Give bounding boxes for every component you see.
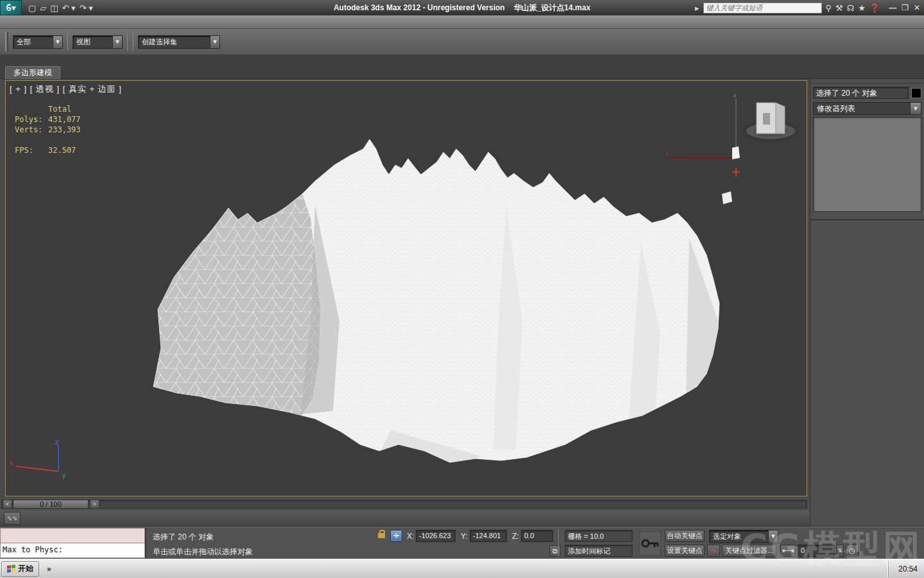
- add-time-tag[interactable]: 添加时间标记: [565, 545, 633, 557]
- listener-script-line[interactable]: Max to Physc:: [0, 543, 145, 558]
- previous-frame-arrow[interactable]: <: [3, 500, 12, 509]
- command-panel: 选择了 20 个 对象 修改器列表▼: [810, 79, 924, 525]
- start-button[interactable]: 开始: [1, 561, 39, 577]
- chain-object[interactable]: z x: [660, 91, 807, 265]
- listener-macro-line[interactable]: [0, 528, 145, 543]
- infocenter-arrow-icon[interactable]: ▸: [695, 3, 699, 13]
- help-search-input[interactable]: [703, 3, 822, 13]
- status-bar: Max to Physc: 选择了 20 个 对象 单击或单击并拖动以选择对象 …: [0, 527, 924, 559]
- object-color-swatch[interactable]: [911, 88, 921, 98]
- next-frame-arrow[interactable]: >: [90, 500, 99, 509]
- document-title: 华山派_设计点14.max: [514, 3, 590, 12]
- perspective-viewport[interactable]: [ + ] [ 透视 ] [ 真实 + 边面 ] Total Polys:431…: [5, 80, 807, 496]
- axis-x-label: x: [10, 459, 13, 466]
- frame-ruler[interactable]: [26, 511, 807, 527]
- subscription-icon[interactable]: ⚒: [835, 3, 843, 13]
- app-logo-icon[interactable]: ϐ▾: [0, 0, 22, 15]
- undo-icon[interactable]: ↶ ▾: [62, 3, 76, 13]
- grid-size-display: 栅格 = 10.0: [565, 530, 633, 542]
- new-file-icon[interactable]: ▢: [28, 3, 36, 13]
- world-axis-tripod: x z y: [8, 439, 79, 484]
- open-file-icon[interactable]: ▱: [40, 3, 46, 13]
- frame-spinner[interactable]: ⇅: [836, 545, 844, 557]
- x-label: X:: [407, 532, 414, 541]
- time-slider-track[interactable]: [1, 500, 807, 509]
- minimize-button[interactable]: —: [889, 3, 896, 12]
- auto-key-button[interactable]: 自动关键点: [665, 530, 705, 542]
- axis-z-label: z: [55, 439, 58, 446]
- restore-button[interactable]: ❐: [902, 3, 909, 12]
- modifier-stack[interactable]: [813, 117, 921, 212]
- main-toolbar: 全部▼ 视图▼ 创建选择集▼: [0, 29, 924, 55]
- modifier-list-dropdown[interactable]: 修改器列表▼: [813, 102, 921, 115]
- help-icon[interactable]: ❓: [869, 3, 880, 13]
- set-key-mode-button[interactable]: 设置关键点: [665, 545, 705, 557]
- viewport-statistics: Total Polys:431,077 Verts:233,393 FPS:32…: [15, 104, 81, 155]
- ribbon-tab-strip: [0, 55, 924, 67]
- y-label: Y:: [461, 532, 468, 541]
- viewport-zone: [ + ] [ 透视 ] [ 真实 + 边面 ] Total Polys:431…: [0, 79, 810, 498]
- mini-curve-editor-button[interactable]: ∿∿: [4, 512, 21, 525]
- svg-text:x: x: [665, 150, 669, 157]
- title-bar: ϐ▾ ▢ ▱ ◫ ↶ ▾ ↷ ▾ Autodesk 3ds Max 2012 -…: [0, 0, 924, 15]
- time-slider-row: < 0 / 100 >: [0, 498, 810, 511]
- redo-icon[interactable]: ↷ ▾: [80, 3, 93, 13]
- svg-text:z: z: [733, 92, 736, 98]
- windows-flag-icon: [7, 565, 15, 572]
- status-line: 选择了 20 个 对象: [153, 532, 214, 543]
- modifier-stack-buttons: [810, 214, 924, 221]
- ribbon-subtab-poly-modeling[interactable]: 多边形建模: [5, 66, 60, 79]
- absolute-offset-toggle-icon[interactable]: ✛: [390, 530, 402, 542]
- new-key-curve-icon[interactable]: ∿: [707, 545, 720, 557]
- viewport-label[interactable]: [ + ] [ 透视 ] [ 真实 + 边面 ]: [10, 83, 122, 95]
- named-selection-sets-dropdown[interactable]: 创建选择集▼: [138, 35, 220, 49]
- z-label: Z:: [512, 532, 519, 541]
- windows-taskbar: 开始 » 20:54: [0, 559, 924, 578]
- z-coordinate-field[interactable]: 0.0: [521, 530, 553, 542]
- quick-launch-chevron-icon[interactable]: »: [47, 565, 51, 574]
- system-tray: 20:54: [888, 561, 923, 577]
- time-slider-handle[interactable]: 0 / 100: [13, 500, 89, 509]
- command-panel-tabs: [810, 79, 924, 83]
- menu-bar: [0, 15, 924, 29]
- favorites-icon[interactable]: ★: [858, 3, 866, 13]
- taskbar-clock[interactable]: 20:54: [898, 565, 918, 574]
- x-coordinate-field[interactable]: -1026.623: [416, 530, 456, 542]
- toolbar-grip[interactable]: [5, 32, 8, 51]
- close-button[interactable]: ✕: [914, 3, 920, 12]
- track-bar[interactable]: ∿∿: [0, 511, 810, 527]
- save-file-icon[interactable]: ◫: [50, 3, 58, 13]
- y-coordinate-field[interactable]: -124.801: [470, 530, 507, 542]
- key-mode-toggle-button[interactable]: ⇤⇥: [780, 545, 796, 557]
- isolate-selection-icon[interactable]: ⧉: [549, 545, 561, 557]
- graphite-ribbon: 多边形建模: [0, 55, 924, 79]
- selection-filter-dropdown[interactable]: 全部▼: [13, 35, 63, 49]
- axis-y-label: y: [62, 472, 65, 479]
- key-filters-button[interactable]: 关键点过滤器...: [722, 545, 776, 557]
- search-icon[interactable]: ⚲: [826, 3, 832, 13]
- time-configuration-button[interactable]: ◷: [846, 545, 859, 557]
- maxscript-mini-listener[interactable]: Max to Physc:: [0, 528, 146, 559]
- communication-center-icon[interactable]: ☊: [847, 3, 855, 13]
- selection-set-dropdown[interactable]: 选定对象▼: [709, 530, 778, 543]
- current-frame-field[interactable]: 0: [798, 545, 835, 557]
- selection-lock-icon[interactable]: [378, 533, 385, 538]
- prompt-line: 单击或单击并拖动以选择对象: [153, 547, 253, 557]
- reference-coordinate-dropdown[interactable]: 视图▼: [73, 35, 123, 49]
- object-name-field[interactable]: 选择了 20 个 对象: [813, 87, 909, 99]
- set-key-button[interactable]: [639, 531, 661, 556]
